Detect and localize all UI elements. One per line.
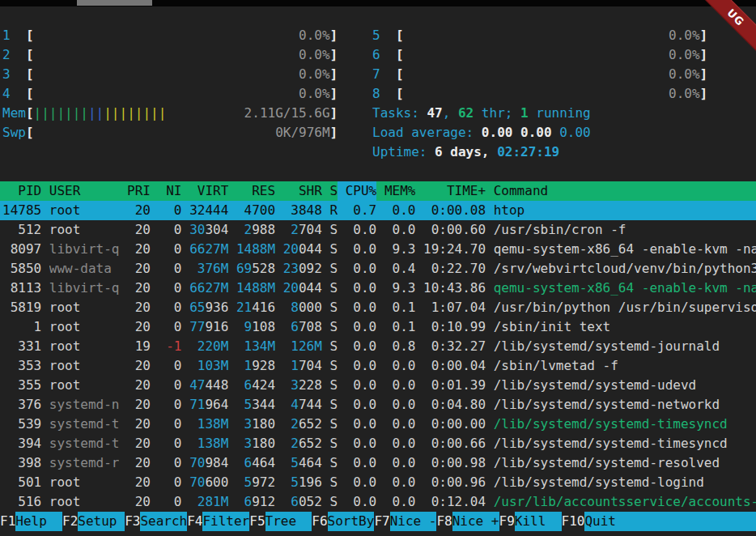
process-row[interactable]: 1 root 20 0 77916 9108 6708 S 0.0 0.1 0:… <box>0 317 756 337</box>
process-row[interactable]: 512 root 20 0 30304 2988 2704 S 0.0 0.0 … <box>0 220 756 240</box>
tasks-segment: Tasks: <box>372 105 427 121</box>
fkey-action-search[interactable]: Search <box>140 512 187 531</box>
res-cell: 5972 <box>236 473 275 492</box>
cpu1-meter-bar: 0.0% <box>34 26 330 45</box>
fkey-label-f3: F3 <box>125 512 140 531</box>
column-header-cpu[interactable]: CPU% <box>346 181 377 201</box>
column-header-ni[interactable]: NI <box>159 181 182 201</box>
nice-cell: 0 <box>159 201 182 220</box>
process-row[interactable]: 5819 root 20 0 65936 21416 8000 S 0.0 0.… <box>0 298 756 317</box>
process-row[interactable]: 539 systemd-t 20 0 138M 3180 2652 S 0.0 … <box>0 415 756 434</box>
fkey-action-help[interactable]: Help <box>15 512 62 531</box>
column-header-pid[interactable]: PID <box>2 181 41 201</box>
fkey-label-f8: F8 <box>436 512 452 531</box>
window-tab-fragment[interactable] <box>77 0 152 6</box>
process-row[interactable]: 353 root 20 0 103M 1928 1704 S 0.0 0.0 0… <box>0 356 756 376</box>
priority-cell: 20 <box>127 259 151 279</box>
shr-cell: 3848 <box>283 201 322 220</box>
state-cell: S <box>329 356 338 376</box>
cpu-pct-cell: 0.0 <box>346 240 377 259</box>
nice-cell: 0 <box>159 395 182 415</box>
cpu4-meter-bar: 0.0% <box>34 84 330 104</box>
mem-pct-cell: 0.0 <box>384 356 416 376</box>
shr-cell: 4744 <box>283 395 322 415</box>
fkey-action-nice-[interactable]: Nice - <box>390 512 437 531</box>
mem-meter-line: Mem[|||||||||||||||||2.11G/15.6G]Tasks: … <box>0 104 756 123</box>
blank-line <box>0 162 756 181</box>
res-cell: 134M <box>236 337 275 356</box>
process-row[interactable]: 516 root 20 0 281M 6912 6052 S 0.0 0.0 0… <box>0 492 756 512</box>
column-header-virt[interactable]: VIRT <box>189 181 228 201</box>
cpu-pct-cell: 0.0 <box>346 453 377 473</box>
fkey-label-f5: F5 <box>249 512 265 531</box>
user-cell: systemd-n <box>49 395 120 415</box>
fkey-action-tree[interactable]: Tree <box>265 512 312 531</box>
column-header-shr[interactable]: SHR <box>283 181 322 201</box>
shr-cell: 5464 <box>283 453 322 473</box>
time-cell: 0:32.27 <box>423 337 486 356</box>
column-header-s[interactable]: S <box>329 181 338 201</box>
nice-cell: -1 <box>159 337 182 356</box>
column-header-pri[interactable]: PRI <box>127 181 151 201</box>
process-row[interactable]: 5850 www-data 20 0 376M 69528 23092 S 0.… <box>0 259 756 279</box>
priority-cell: 20 <box>127 298 151 317</box>
mem-pct-cell: 0.0 <box>384 220 416 240</box>
res-cell: 1488M <box>236 279 275 298</box>
priority-cell: 20 <box>127 473 151 492</box>
cpu-pct-cell: 0.0 <box>346 337 377 356</box>
column-header-user[interactable]: USER <box>49 181 120 201</box>
column-header-res[interactable]: RES <box>236 181 275 201</box>
res-cell: 1488M <box>236 240 275 259</box>
fkey-action-nice+[interactable]: Nice + <box>452 512 499 531</box>
meter-block: 1 [0.0%]5 [0.0%]2 [0.0%]6 [0.0%]3 [0.0%]… <box>0 26 756 162</box>
column-header-command[interactable]: Command <box>494 181 548 201</box>
priority-cell: 20 <box>127 279 151 298</box>
process-row[interactable]: 8113 libvirt-q 20 0 6627M 1488M 20044 S … <box>0 279 756 298</box>
priority-cell: 20 <box>127 415 151 434</box>
cpu8-meter-label: 8 <box>372 84 396 104</box>
cpu-pct-cell: 0.0 <box>346 415 377 434</box>
column-header-time[interactable]: TIME+ <box>423 181 486 201</box>
cpu2-meter-value: 0.0% <box>299 45 330 65</box>
user-cell: systemd-t <box>49 434 120 453</box>
shr-cell: 6708 <box>283 317 322 337</box>
meter-bar-green: ||||||| <box>34 105 88 121</box>
state-cell: S <box>329 473 338 492</box>
pid-cell: 1 <box>2 317 41 337</box>
cpu4-meter-label: 4 <box>2 84 26 104</box>
cpu5-meter-bar: 0.0% <box>404 26 700 45</box>
priority-cell: 20 <box>127 201 151 220</box>
process-row[interactable]: 331 root 19 -1 220M 134M 126M S 0.0 0.8 … <box>0 337 756 356</box>
nice-cell: 0 <box>159 240 182 259</box>
nice-cell: 0 <box>159 259 182 279</box>
process-table: 14785 root 20 0 32444 4700 3848 R 0.7 0.… <box>0 201 756 512</box>
fkey-action-filter[interactable]: Filter <box>202 512 249 531</box>
nice-cell: 0 <box>159 356 182 376</box>
command-cell: /usr/lib/accountsservice/accounts- <box>494 492 756 512</box>
process-row[interactable]: 398 systemd-r 20 0 70984 6464 5464 S 0.0… <box>0 453 756 473</box>
command-cell: /lib/systemd/systemd-timesyncd <box>494 415 728 434</box>
fkey-action-kill[interactable]: Kill <box>515 512 562 531</box>
time-cell: 0:01.39 <box>423 376 486 395</box>
tasks-segment: 62 <box>458 105 474 121</box>
virt-cell: 138M <box>189 415 228 434</box>
shr-cell: 5196 <box>283 473 322 492</box>
process-row[interactable]: 394 systemd-t 20 0 138M 3180 2652 S 0.0 … <box>0 434 756 453</box>
column-header-mem[interactable]: MEM% <box>384 181 416 201</box>
fkey-action-quit[interactable]: Quit <box>584 512 756 531</box>
mem-pct-cell: 9.3 <box>384 279 416 298</box>
fkey-action-sortby[interactable]: SortBy <box>328 512 375 531</box>
virt-cell: 47448 <box>189 376 228 395</box>
process-row[interactable]: 501 root 20 0 70600 5972 5196 S 0.0 0.0 … <box>0 473 756 492</box>
mem-pct-cell: 0.0 <box>384 395 416 415</box>
cpu1-meter-value: 0.0% <box>299 26 330 45</box>
cpu-pct-cell: 0.0 <box>346 279 377 298</box>
pid-cell: 14785 <box>2 201 41 220</box>
process-row[interactable]: 14785 root 20 0 32444 4700 3848 R 0.7 0.… <box>0 201 756 220</box>
command-cell: /lib/systemd/systemd-timesyncd <box>494 434 728 453</box>
virt-cell: 281M <box>189 492 228 512</box>
process-row[interactable]: 355 root 20 0 47448 6424 3228 S 0.0 0.0 … <box>0 376 756 395</box>
process-row[interactable]: 376 systemd-n 20 0 71964 5344 4744 S 0.0… <box>0 395 756 415</box>
process-row[interactable]: 8097 libvirt-q 20 0 6627M 1488M 20044 S … <box>0 240 756 259</box>
fkey-action-setup[interactable]: Setup <box>78 512 125 531</box>
